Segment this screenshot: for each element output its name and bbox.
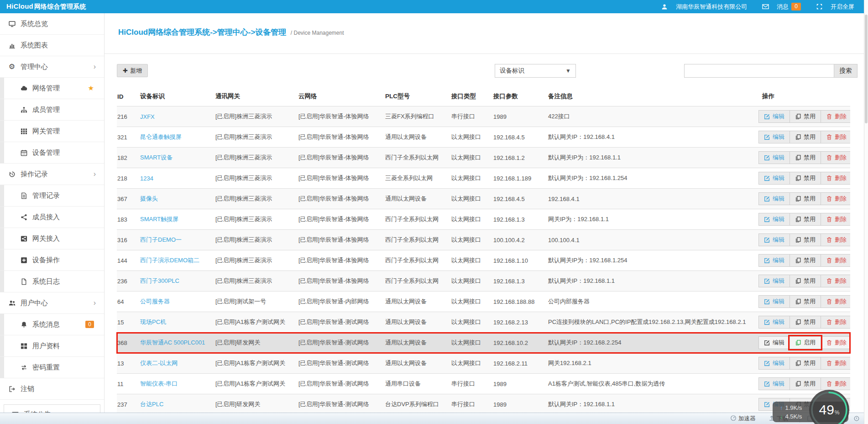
cell-interface-param: 1989: [493, 106, 548, 127]
disable-button[interactable]: 禁用: [790, 192, 821, 205]
disable-button[interactable]: 禁用: [790, 357, 821, 370]
edit-button[interactable]: 编辑: [758, 377, 790, 390]
cell-remark: 默认网关IP：192.168.2.254: [548, 333, 758, 353]
sidebar-item-system-messages[interactable]: 系统消息0: [0, 314, 104, 335]
device-link[interactable]: 仪表二-以太网: [140, 360, 178, 366]
delete-button[interactable]: 删除: [821, 357, 850, 370]
column-header-8: 操作: [758, 87, 850, 106]
edit-button[interactable]: 编辑: [758, 316, 790, 329]
vertical-scrollbar[interactable]: [864, 0, 868, 424]
device-link[interactable]: 华辰智通AC 500PLC001: [140, 339, 205, 346]
sidebar-item-user-profile[interactable]: 用户资料: [0, 335, 104, 357]
filter-select[interactable]: 设备标识 ▼: [495, 64, 576, 78]
sidebar-item-system-logs[interactable]: 系统日志: [0, 271, 104, 292]
device-link[interactable]: SMART设备: [140, 154, 173, 161]
device-link[interactable]: 1234: [140, 175, 153, 182]
delete-button[interactable]: 删除: [821, 192, 850, 205]
sidebar-item-password-reset[interactable]: 密码重置: [0, 357, 104, 378]
edit-button[interactable]: 编辑: [758, 357, 790, 370]
enable-button[interactable]: 启用: [790, 336, 821, 349]
disable-button[interactable]: 禁用: [790, 131, 821, 143]
edit-button[interactable]: 编辑: [758, 275, 790, 287]
toolbar-icon[interactable]: [852, 414, 861, 423]
disable-button[interactable]: 禁用: [790, 316, 821, 329]
sidebar-item-label: 用户资料: [32, 342, 60, 350]
sidebar-item-operation-records[interactable]: 操作记录›: [0, 164, 104, 185]
disable-button[interactable]: 禁用: [790, 254, 821, 267]
sidebar-item-device-management[interactable]: 设备管理: [0, 142, 104, 164]
delete-button[interactable]: 删除: [821, 254, 850, 267]
device-link[interactable]: 智能仪表-串口: [140, 380, 178, 387]
device-link[interactable]: 摄像头: [140, 195, 158, 202]
action-button-group: 编辑禁用删除: [759, 377, 847, 390]
device-link[interactable]: 西门子DEMO一: [140, 236, 182, 243]
delete-button[interactable]: 删除: [821, 336, 850, 349]
edit-button[interactable]: 编辑: [758, 254, 790, 267]
delete-button[interactable]: 删除: [821, 275, 850, 287]
add-button[interactable]: ✚新增: [117, 64, 148, 77]
disable-button[interactable]: 禁用: [790, 151, 821, 164]
delete-button[interactable]: 删除: [821, 213, 850, 226]
fullscreen-button[interactable]: 开启全屏: [815, 3, 854, 11]
edit-button[interactable]: 编辑: [758, 295, 790, 308]
device-link[interactable]: 公司服务器: [140, 298, 170, 305]
device-link[interactable]: 现场PC机: [140, 318, 166, 325]
cell-interface-type: 以太网接口: [451, 271, 493, 292]
delete-button[interactable]: 删除: [821, 377, 850, 390]
sidebar-item-gateway-access[interactable]: 网关接入: [0, 228, 104, 249]
edit-button[interactable]: 编辑: [758, 213, 790, 226]
device-link[interactable]: SMART触摸屏: [140, 216, 178, 223]
sidebar-item-system-charts[interactable]: 系统图表: [0, 35, 104, 56]
disable-button[interactable]: 禁用: [790, 172, 821, 185]
disable-button[interactable]: 禁用: [790, 213, 821, 226]
device-link[interactable]: 台达PLC: [140, 401, 163, 408]
search-input[interactable]: [684, 64, 834, 78]
sidebar-item-management-center[interactable]: ⚙管理中心›: [0, 56, 104, 78]
edit-icon: [764, 175, 770, 181]
edit-button[interactable]: 编辑: [758, 172, 790, 185]
scrollbar-thumb[interactable]: [865, 15, 868, 123]
edit-button[interactable]: 编辑: [758, 233, 790, 246]
delete-button[interactable]: 删除: [821, 233, 850, 246]
accelerator-button[interactable]: 加速器: [730, 413, 756, 424]
sidebar-item-user-center[interactable]: 用户中心›: [0, 292, 104, 314]
edit-button[interactable]: 编辑: [758, 192, 790, 205]
sidebar-item-system-overview[interactable]: 系统总览: [0, 13, 104, 35]
edit-button[interactable]: 编辑: [758, 131, 790, 143]
disable-button[interactable]: 禁用: [790, 233, 821, 246]
action-button-group: 编辑启用删除: [759, 336, 847, 349]
fullscreen-label: 开启全屏: [831, 3, 854, 11]
edit-button[interactable]: 编辑: [758, 110, 790, 123]
device-link[interactable]: JXFX: [140, 113, 155, 120]
edit-button[interactable]: 编辑: [758, 336, 790, 349]
device-link[interactable]: 西门子300PLC: [140, 277, 179, 284]
delete-button[interactable]: 删除: [821, 295, 850, 308]
disable-button[interactable]: 禁用: [790, 110, 821, 123]
sidebar-item-device-operations[interactable]: 设备操作: [0, 249, 104, 271]
delete-button[interactable]: 删除: [821, 316, 850, 329]
cell-device-name: 现场PC机: [140, 312, 215, 333]
device-link[interactable]: 西门子演示DEMO箱二: [140, 257, 199, 264]
delete-button[interactable]: 删除: [821, 151, 850, 164]
sidebar-item-member-management[interactable]: 成员管理: [0, 99, 104, 121]
disable-button[interactable]: 禁用: [790, 295, 821, 308]
cell-id: 218: [117, 168, 140, 189]
edit-button[interactable]: 编辑: [758, 151, 790, 164]
sidebar-item-member-access[interactable]: 成员接入: [0, 207, 104, 228]
sidebar-item-logout[interactable]: 注销: [0, 378, 104, 400]
delete-button[interactable]: 删除: [821, 131, 850, 143]
sidebar-item-management-records[interactable]: 管理记录: [0, 185, 104, 207]
download-progress-circle[interactable]: 49 %: [809, 390, 849, 424]
cell-interface-type: 串行接口: [451, 374, 493, 394]
delete-button[interactable]: 删除: [821, 172, 850, 185]
sidebar-item-gateway-management[interactable]: 网关管理: [0, 121, 104, 142]
delete-button[interactable]: 删除: [821, 110, 850, 123]
search-button[interactable]: 搜索: [834, 64, 858, 78]
device-link[interactable]: 昆仑通泰触摸屏: [140, 133, 182, 140]
disable-button[interactable]: 禁用: [790, 377, 821, 390]
trash-icon: [826, 298, 832, 305]
disable-button[interactable]: 禁用: [790, 275, 821, 287]
account-menu[interactable]: 湖南华辰智通科技有限公司: [660, 3, 747, 11]
sidebar-item-network-management[interactable]: 网络管理★: [0, 78, 104, 99]
messages-menu[interactable]: 消息 0: [761, 3, 801, 11]
